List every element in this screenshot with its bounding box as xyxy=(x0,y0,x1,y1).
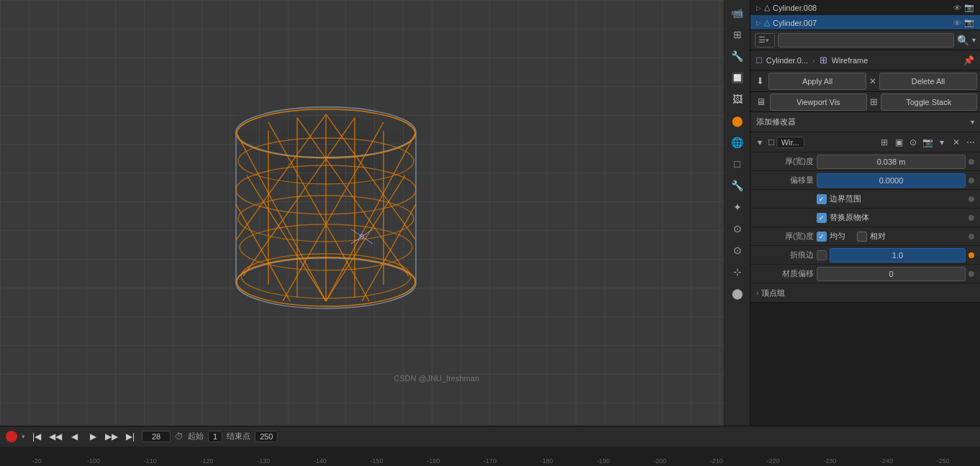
timer-icon: ⏱ xyxy=(175,431,183,442)
toolbar-icon-image[interactable]: 🖼 xyxy=(727,89,748,109)
outliner-items: ▷ △ Cylinder.008 👁 📷 ▷ △ Cylinder.007 👁 … xyxy=(750,0,980,30)
offset-row: 偏移量 0.0000 xyxy=(750,171,980,190)
toolbar-icon-particles[interactable]: ✦ xyxy=(727,197,748,217)
offset-dot[interactable] xyxy=(968,178,974,183)
modifier-icon: ⊞ xyxy=(820,55,827,65)
modifier-controls: ⊞ ▣ ⊙ 📷 ▾ ✕ ⋯ xyxy=(878,136,977,149)
current-frame[interactable]: 28 xyxy=(142,431,171,442)
toolbar-icon-object-data[interactable]: ⊹ xyxy=(727,262,748,282)
vertex-chevron: › xyxy=(756,289,758,297)
step-forward-button[interactable]: ▶▶ xyxy=(104,429,119,444)
crease-dot[interactable] xyxy=(968,252,974,258)
expand-menu-icon[interactable]: ▾ xyxy=(935,136,948,149)
crease-label: 折痕边 xyxy=(756,250,814,260)
delete-modifier-icon[interactable]: ✕ xyxy=(950,136,963,149)
search-input[interactable] xyxy=(778,33,954,47)
delete-all-button[interactable]: Delete All xyxy=(879,73,977,90)
outliner-row-cylinder007[interactable]: ▷ △ Cylinder.007 👁 📷 xyxy=(750,15,980,30)
boundary-row: 边界范围 xyxy=(750,190,980,209)
thickness-value[interactable]: 0.038 m xyxy=(817,155,966,169)
3d-object xyxy=(225,89,427,314)
filter-btn[interactable]: ☰ ▾ xyxy=(755,33,775,47)
toggle-stack-button[interactable]: Toggle Stack xyxy=(881,93,978,111)
crease-checkbox[interactable] xyxy=(817,250,827,260)
camera-render-icon[interactable]: 📷 xyxy=(921,136,934,149)
toolbar-icon-view[interactable]: 🔲 xyxy=(727,68,748,88)
monitor-icon: 🖥 xyxy=(753,96,768,107)
toolbar-icon-camera[interactable]: 📹 xyxy=(727,3,748,23)
play-reverse-button[interactable]: ◀ xyxy=(67,429,81,444)
collapse-icon[interactable]: ▾ xyxy=(753,136,766,149)
start-label: 起始 xyxy=(188,431,204,442)
camera-icon2[interactable]: 📷 xyxy=(964,18,974,27)
toolbar-icon-world[interactable]: 🌐 xyxy=(727,132,748,152)
eye-icon2[interactable]: 👁 xyxy=(953,19,961,27)
eye-icon[interactable]: 👁 xyxy=(953,4,961,12)
properties-panel: ▷ △ Cylinder.008 👁 📷 ▷ △ Cylinder.007 👁 … xyxy=(750,0,980,426)
uniform-label: 厚(宽)度 xyxy=(756,231,814,242)
start-frame[interactable]: 1 xyxy=(208,431,222,442)
toolbar-icon-grid[interactable]: ⊞ xyxy=(727,24,748,45)
replace-checkbox[interactable] xyxy=(817,213,827,223)
apply-all-button[interactable]: Apply All xyxy=(768,73,866,90)
pin-icon[interactable]: 📌 xyxy=(963,55,974,65)
search-bar-row: ☰ ▾ 🔍 ▾ xyxy=(750,30,980,50)
tick-9: -180 xyxy=(518,447,575,467)
dropdown-record[interactable]: ▾ xyxy=(22,433,25,440)
toolbar-icon-object[interactable]: □ xyxy=(727,154,748,174)
jump-start-button[interactable]: |◀ xyxy=(30,429,44,444)
dropdown-arrow: ▾ xyxy=(766,37,769,44)
vertex-group-row[interactable]: › 顶点组 xyxy=(750,283,980,302)
material-offset-dot[interactable] xyxy=(968,271,974,277)
tick-14: -230 xyxy=(802,447,858,467)
object-name: Cylinder.008 xyxy=(773,4,817,12)
viewport[interactable]: CSDN @JNU_freshman xyxy=(0,0,724,426)
expand-icon2: ▷ xyxy=(756,19,761,27)
panel-dropdown[interactable]: ▾ xyxy=(972,36,976,44)
uniform-dot[interactable] xyxy=(968,234,974,239)
render-icon[interactable]: ▣ xyxy=(892,136,905,149)
boundary-checkbox-wrap: 边界范围 xyxy=(817,193,861,204)
material-offset-value[interactable]: 0 xyxy=(817,267,966,281)
replace-dot[interactable] xyxy=(968,215,974,221)
end-frame[interactable]: 250 xyxy=(255,431,278,442)
toolbar-icon-world2[interactable]: ⬤ xyxy=(727,283,748,303)
tick-12: -210 xyxy=(688,447,745,467)
uniform-checkbox-wrap: 均匀 xyxy=(817,231,845,242)
thickness-dot[interactable] xyxy=(968,159,974,165)
relative-checkbox[interactable] xyxy=(857,232,867,242)
viewport-vis-button[interactable]: Viewport Vis xyxy=(770,93,867,111)
step-back-button[interactable]: ◀◀ xyxy=(48,429,63,444)
record-button[interactable] xyxy=(6,431,17,442)
boundary-checkbox[interactable] xyxy=(817,194,827,204)
camera-icon[interactable]: 📷 xyxy=(964,3,974,12)
tick-2: -110 xyxy=(122,447,178,467)
add-modifier-button[interactable]: 添加修改器 ▾ xyxy=(750,112,980,132)
breadcrumb-separator: › xyxy=(812,56,815,65)
realtime-icon[interactable]: ⊞ xyxy=(878,136,891,149)
uniform-checkbox[interactable] xyxy=(817,232,827,242)
expand-icon: ▷ xyxy=(756,4,761,12)
thickness-row: 厚(宽)度 0.038 m xyxy=(750,152,980,171)
play-button[interactable]: ▶ xyxy=(86,429,100,444)
more-icon[interactable]: ⋯ xyxy=(964,136,977,149)
toolbar-icon-shading[interactable]: ⬤ xyxy=(727,111,748,131)
jump-end-button[interactable]: ▶| xyxy=(123,429,137,444)
crease-value[interactable]: 1.0 xyxy=(830,248,966,262)
object-name2: Cylinder.007 xyxy=(773,19,817,27)
modifier-card-header: ▾ □ Wir... ⊞ ▣ ⊙ 📷 ▾ ✕ ⋯ xyxy=(750,132,980,152)
replace-text: 替换原物体 xyxy=(830,212,869,223)
toolbar-icon-modifier[interactable]: 🔧 xyxy=(727,175,748,196)
toolbar-icon-physics[interactable]: ⊙ xyxy=(727,219,748,239)
viewport-icon[interactable]: ⊙ xyxy=(907,136,920,149)
x-icon[interactable]: ✕ xyxy=(868,76,878,86)
vertex-group-label: 顶点组 xyxy=(761,288,785,298)
toolbar-icon-constraints[interactable]: ⊙ xyxy=(727,240,748,260)
outliner-row-cylinder008[interactable]: ▷ △ Cylinder.008 👁 📷 xyxy=(750,0,980,15)
svg-line-19 xyxy=(326,175,405,301)
tick-5: -140 xyxy=(292,447,349,467)
offset-value[interactable]: 0.0000 xyxy=(817,173,966,188)
toolbar-icon-tools[interactable]: 🔧 xyxy=(727,46,748,66)
boundary-dot[interactable] xyxy=(968,196,974,202)
timeline-ruler[interactable]: -20 -100 -110 -120 -130 -140 -150 -160 -… xyxy=(0,447,980,467)
